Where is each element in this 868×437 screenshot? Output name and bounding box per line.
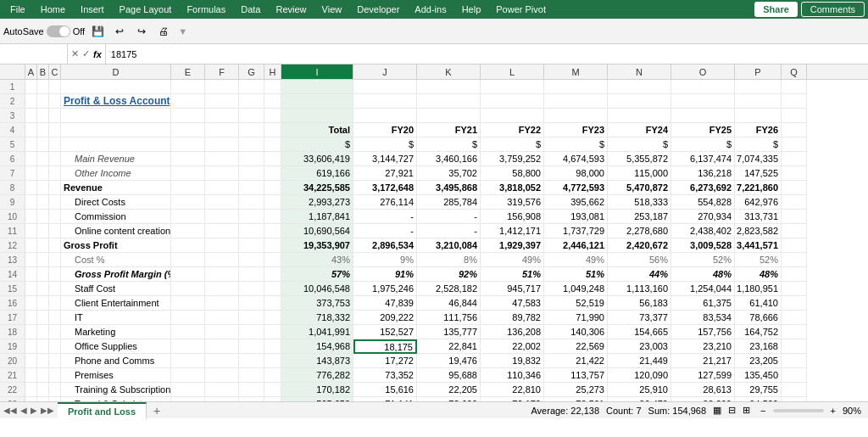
quick-access-button[interactable]: 🖨 (154, 22, 173, 41)
cell-1n[interactable] (608, 80, 671, 94)
cell-2m[interactable] (544, 94, 608, 109)
cell-1k[interactable] (417, 80, 481, 94)
cell-1g[interactable] (239, 80, 264, 94)
redo-button[interactable]: ↪ (132, 22, 151, 41)
zoom-minus[interactable]: − (760, 406, 765, 416)
col-header-j[interactable]: J (353, 64, 417, 79)
commission-label: Commission (61, 210, 171, 224)
cell-1a[interactable] (25, 80, 37, 94)
cell-1m[interactable] (544, 80, 608, 94)
cancel-icon[interactable]: ✕ (71, 48, 79, 59)
cell-2i[interactable] (281, 94, 353, 109)
name-box[interactable] (0, 44, 68, 64)
sheet-scroll-next[interactable]: ▶ (31, 406, 37, 415)
cell-2p[interactable] (735, 94, 782, 109)
sheet-scroll-right[interactable]: ▶▶ (41, 406, 54, 415)
cell-2c[interactable] (49, 94, 61, 109)
cell-2a[interactable] (25, 94, 37, 109)
cell-2j[interactable] (353, 94, 417, 109)
col-header-a[interactable]: A (25, 64, 37, 79)
table-row-6: 6 Main Revenue 33,606,419 3,144,727 3,46… (0, 152, 868, 166)
cell-2l[interactable] (481, 94, 544, 109)
cell-2q[interactable] (782, 94, 807, 109)
autosave-label: AutoSave (3, 26, 44, 36)
menu-page-layout[interactable]: Page Layout (113, 3, 179, 16)
cell-1l[interactable] (481, 80, 544, 94)
share-button[interactable]: Share (754, 2, 798, 17)
bottom-bar: ◀◀ ◀ ▶ ▶▶ Profit and Loss + Average: 22,… (0, 401, 868, 418)
cell-2g[interactable] (239, 94, 264, 109)
col-header-e[interactable]: E (171, 64, 205, 79)
cell-2o[interactable] (671, 94, 735, 109)
col-header-h[interactable]: H (264, 64, 281, 79)
formula-input[interactable] (106, 49, 868, 59)
page-break-icon[interactable]: ⊞ (743, 405, 750, 416)
zoom-plus[interactable]: + (831, 406, 836, 416)
menu-power-pivot[interactable]: Power Pivot (489, 3, 553, 16)
table-body: 1 2 Profit & Loss Account (0, 80, 868, 401)
cell-2k[interactable] (417, 94, 481, 109)
menu-formulas[interactable]: Formulas (180, 3, 232, 16)
cell-1q[interactable] (782, 80, 807, 94)
col-header-p[interactable]: P (735, 64, 782, 79)
undo-button[interactable]: ↩ (110, 22, 129, 41)
page-layout-icon[interactable]: ⊟ (728, 405, 736, 416)
menu-data[interactable]: Data (234, 3, 267, 16)
sheet-scroll-prev[interactable]: ◀ (20, 406, 27, 415)
col-header-l[interactable]: L (481, 64, 544, 79)
save-button[interactable]: 💾 (88, 22, 107, 41)
autosave-toggle[interactable] (47, 25, 70, 37)
col-header-c[interactable]: C (49, 64, 61, 79)
table-row-19: 19 Office Supplies 154,968 18,175 22,841… (0, 339, 868, 354)
menu-addins[interactable]: Add-ins (408, 3, 453, 16)
cell-2f[interactable] (205, 94, 239, 109)
cell-2b[interactable] (37, 94, 49, 109)
cell-1f[interactable] (205, 80, 239, 94)
sheet-tab-profit-loss[interactable]: Profit and Loss (58, 402, 147, 419)
cell-1j[interactable] (353, 80, 417, 94)
cell-2n[interactable] (608, 94, 671, 109)
add-sheet-button[interactable]: + (147, 402, 167, 418)
cell-1b[interactable] (37, 80, 49, 94)
cell-1p[interactable] (735, 80, 782, 94)
col-header-f[interactable]: F (205, 64, 239, 79)
row-num-8: 8 (0, 181, 25, 195)
cell-2e[interactable] (171, 94, 205, 109)
cell-1i[interactable] (281, 80, 353, 94)
col-header-m[interactable]: M (544, 64, 608, 79)
menu-insert[interactable]: Insert (74, 3, 111, 16)
menu-help[interactable]: Help (455, 3, 488, 16)
menu-file[interactable]: File (3, 3, 32, 16)
col-header-g[interactable]: G (239, 64, 264, 79)
col-header-n[interactable]: N (608, 64, 671, 79)
cell-1h[interactable] (264, 80, 281, 94)
col-header-d[interactable]: D (61, 64, 171, 79)
client-entertainment-label: Client Entertainment (61, 296, 171, 311)
row-num-1: 1 (0, 80, 25, 94)
col-header-b[interactable]: B (37, 64, 49, 79)
col-header-i[interactable]: I (281, 64, 353, 79)
comments-button[interactable]: Comments (801, 2, 865, 17)
cell-1e[interactable] (171, 80, 205, 94)
col-header-k[interactable]: K (417, 64, 481, 79)
normal-layout-icon[interactable]: ▦ (713, 405, 721, 416)
sheet-scroll-left[interactable]: ◀◀ (3, 406, 17, 415)
header-fy25: FY25 (671, 123, 735, 137)
col-header-q[interactable]: Q (782, 64, 807, 79)
zoom-slider[interactable] (773, 409, 824, 412)
col-header-o[interactable]: O (671, 64, 735, 79)
active-cell-j19[interactable]: 18,175 (353, 339, 417, 354)
menu-developer[interactable]: Developer (350, 3, 406, 16)
menu-view[interactable]: View (315, 3, 349, 16)
row-num-4: 4 (0, 123, 25, 137)
row-num-14: 14 (0, 267, 25, 282)
confirm-icon[interactable]: ✓ (82, 48, 90, 59)
cell-1c[interactable] (49, 80, 61, 94)
cell-1d[interactable] (61, 80, 171, 94)
cell-1o[interactable] (671, 80, 735, 94)
cell-2h[interactable] (264, 94, 281, 109)
menu-review[interactable]: Review (269, 3, 313, 16)
menu-home[interactable]: Home (34, 3, 72, 16)
phone-comms-label: Phone and Comms (61, 354, 171, 368)
fx-icon[interactable]: fx (93, 49, 102, 59)
